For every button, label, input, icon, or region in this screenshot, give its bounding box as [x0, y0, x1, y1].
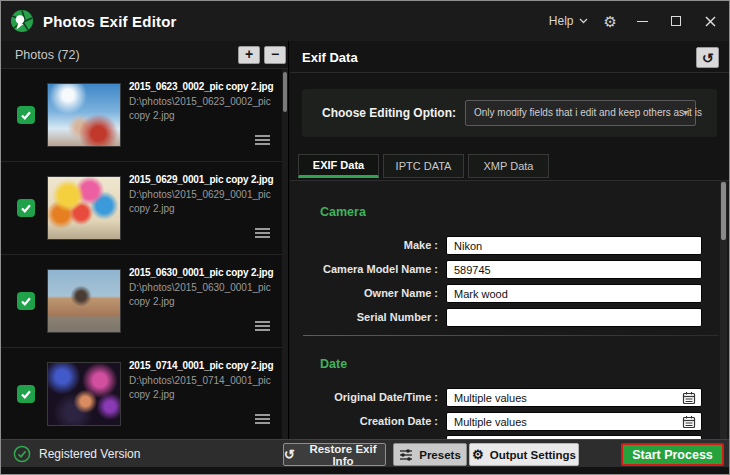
photo-checkbox[interactable]	[17, 199, 35, 217]
field-row-original-datetime: Original Date/Time :	[290, 388, 703, 408]
photo-filename: 2015_0623_0002_pic copy 2.jpg	[129, 81, 280, 92]
photo-filepath: D:\photos\2015_0714_0001_pic copy 2.jpg	[129, 374, 274, 401]
window-bottom-edge	[1, 467, 729, 474]
editing-option-box: Choose Editing Option: Only modify field…	[302, 89, 717, 137]
editing-option-label: Choose Editing Option:	[322, 106, 456, 120]
settings-gear-icon[interactable]: ⚙	[604, 14, 617, 29]
date-section-heading: Date	[320, 357, 347, 371]
registered-version-badge: Registered Version	[13, 445, 140, 463]
scrollbar-thumb[interactable]	[721, 182, 726, 240]
field-label: Creation Date :	[290, 415, 438, 427]
photo-thumbnail	[47, 176, 121, 240]
photo-checkbox[interactable]	[17, 385, 35, 403]
start-process-label: Start Process	[632, 448, 713, 462]
presets-label: Presets	[419, 449, 461, 461]
restore-exif-button[interactable]: ↺ Restore Exif Info	[283, 443, 386, 466]
tab-exif-data[interactable]: EXIF Data	[298, 154, 379, 178]
tab-xmp-data[interactable]: XMP Data	[468, 154, 549, 178]
photo-list-item[interactable]: 2015_0630_0001_pic copy 2.jpg D:\photos\…	[1, 255, 282, 348]
field-row-serial-number: Serial Number :	[290, 308, 703, 328]
photo-list-item[interactable]: 2015_0629_0001_pic copy 2.jpg D:\photos\…	[1, 162, 282, 255]
creation-date-input[interactable]	[446, 412, 702, 431]
item-menu-icon[interactable]	[255, 228, 270, 240]
titlebar: Photos Exif Editor Help ⚙	[1, 1, 729, 41]
photo-checkbox[interactable]	[17, 106, 35, 124]
add-photos-button[interactable]: +	[238, 46, 260, 64]
footer-bar: Registered Version ↺ Restore Exif Info P…	[1, 439, 729, 467]
original-datetime-input[interactable]	[446, 388, 702, 407]
photo-list-item[interactable]: 2015_0714_0001_pic copy 2.jpg D:\photos\…	[1, 348, 282, 441]
field-label: Original Date/Time :	[290, 391, 438, 403]
check-icon	[20, 202, 32, 214]
photos-panel: Photos (72) + − 2015_0623_0002_pic copy …	[1, 41, 289, 439]
photo-filename: 2015_0630_0001_pic copy 2.jpg	[129, 267, 280, 278]
gear-icon: ⚙	[472, 448, 484, 461]
data-tabs: EXIF Data IPTC DATA XMP Data	[298, 154, 549, 178]
field-row-camera-model: Camera Model Name :	[290, 260, 703, 280]
check-icon	[20, 109, 32, 121]
exif-form: Camera Make : Camera Model Name : Owner …	[290, 180, 729, 439]
calendar-icon[interactable]	[682, 391, 696, 405]
photo-meta: 2015_0630_0001_pic copy 2.jpg D:\photos\…	[129, 267, 280, 308]
output-settings-label: Output Settings	[490, 449, 576, 461]
photo-meta: 2015_0629_0001_pic copy 2.jpg D:\photos\…	[129, 174, 280, 215]
section-divider	[303, 335, 719, 336]
editing-option-dropdown[interactable]: Only modify fields that i edit and keep …	[465, 100, 696, 126]
registered-version-label: Registered Version	[39, 447, 140, 461]
scrollbar-thumb[interactable]	[283, 72, 287, 112]
photo-filename: 2015_0714_0001_pic copy 2.jpg	[129, 360, 280, 371]
minimize-icon	[637, 21, 648, 22]
photo-list: 2015_0623_0002_pic copy 2.jpg D:\photos\…	[1, 69, 282, 439]
photo-thumbnail	[47, 269, 121, 333]
field-row-creation-date: Creation Date :	[290, 412, 703, 432]
check-icon	[20, 388, 32, 400]
item-menu-icon[interactable]	[255, 321, 270, 333]
minimize-button[interactable]	[633, 12, 651, 30]
maximize-button[interactable]	[667, 12, 685, 30]
restore-icon: ↺	[284, 448, 295, 461]
photo-meta: 2015_0714_0001_pic copy 2.jpg D:\photos\…	[129, 360, 280, 401]
app-title: Photos Exif Editor	[43, 13, 177, 30]
close-button[interactable]	[701, 12, 719, 30]
make-input[interactable]	[446, 236, 702, 255]
refresh-icon: ↺	[702, 50, 714, 66]
app-window: Photos Exif Editor Help ⚙ Photos (72) + …	[0, 0, 730, 475]
photos-panel-header: Photos (72) + −	[1, 41, 288, 69]
photo-filepath: D:\photos\2015_0629_0001_pic copy 2.jpg	[129, 188, 274, 215]
photo-checkbox[interactable]	[17, 292, 35, 310]
refresh-button[interactable]: ↺	[696, 47, 719, 68]
calendar-icon[interactable]	[682, 415, 696, 429]
check-icon	[20, 295, 32, 307]
photos-count-label: Photos (72)	[15, 48, 80, 62]
registered-check-icon	[13, 445, 31, 463]
serial-number-input[interactable]	[446, 308, 702, 327]
start-process-button[interactable]: Start Process	[621, 443, 724, 466]
app-logo-icon	[10, 9, 34, 33]
photo-meta: 2015_0623_0002_pic copy 2.jpg D:\photos\…	[129, 81, 280, 122]
editing-option-value: Only modify fields that i edit and keep …	[474, 107, 702, 118]
titlebar-controls: Help ⚙	[549, 1, 719, 41]
field-label: Make :	[290, 239, 438, 251]
camera-model-input[interactable]	[446, 260, 702, 279]
exif-panel-header: Exif Data ↺	[290, 41, 729, 73]
photo-filename: 2015_0629_0001_pic copy 2.jpg	[129, 174, 280, 185]
photo-list-scrollbar[interactable]	[282, 69, 288, 439]
help-label: Help	[549, 14, 574, 28]
tab-iptc-data[interactable]: IPTC DATA	[383, 154, 464, 178]
form-scrollbar[interactable]	[720, 180, 727, 439]
item-menu-icon[interactable]	[255, 135, 270, 147]
presets-button[interactable]: Presets	[393, 443, 467, 466]
field-row-owner-name: Owner Name :	[290, 284, 703, 304]
sliders-icon	[399, 449, 413, 461]
dropdown-caret-icon: ▾	[683, 101, 688, 125]
owner-name-input[interactable]	[446, 284, 702, 303]
output-settings-button[interactable]: ⚙ Output Settings	[469, 443, 579, 466]
photo-thumbnail	[47, 362, 121, 426]
close-icon	[705, 16, 716, 27]
item-menu-icon[interactable]	[255, 414, 270, 426]
photo-list-item[interactable]: 2015_0623_0002_pic copy 2.jpg D:\photos\…	[1, 69, 282, 162]
help-menu[interactable]: Help	[549, 14, 588, 28]
chevron-down-icon	[579, 18, 588, 24]
remove-photos-button[interactable]: −	[264, 46, 286, 64]
camera-section-heading: Camera	[320, 205, 366, 219]
